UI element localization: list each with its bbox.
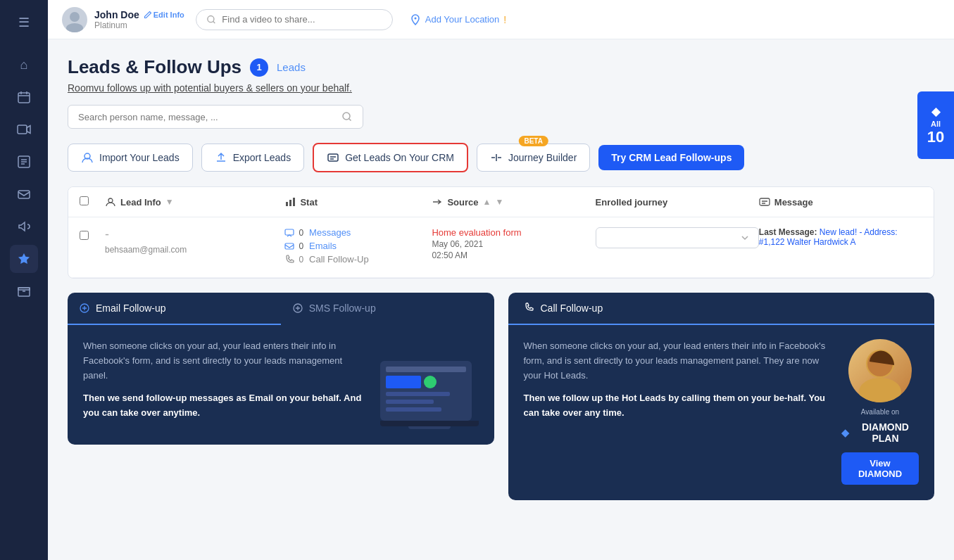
email-panel-text: When someone clicks on your ad, your lea…	[83, 339, 369, 429]
call-body2: Then we follow up the Hot Leads by calli…	[524, 391, 831, 421]
svg-rect-14	[289, 200, 291, 206]
svg-rect-11	[328, 154, 338, 161]
archive-icon[interactable]	[10, 277, 38, 305]
call-panel-body: When someone clicks on your ad, your lea…	[508, 325, 935, 500]
svg-rect-4	[18, 288, 30, 296]
source-down-icon[interactable]: ▼	[495, 197, 503, 207]
calendar-icon[interactable]	[10, 83, 38, 111]
topbar: John Doe Edit Info Platinum Add Your Loc…	[48, 0, 954, 39]
svg-point-6	[66, 23, 83, 32]
user-plan: Platinum	[94, 20, 184, 30]
lead-info-icon	[105, 196, 116, 208]
stat-icon	[284, 196, 296, 208]
source-header: Source ▲ ▼	[432, 196, 595, 208]
call-stat[interactable]: 0 Call Follow-Up	[284, 254, 432, 265]
email-panel-image	[380, 339, 479, 429]
panel-tabs: Email Follow-up SMS Follow-up	[68, 293, 494, 325]
message-icon	[759, 196, 770, 208]
lead-email: behsaam@gmail.com	[105, 245, 284, 255]
call-panel-text: When someone clicks on your ad, your lea…	[524, 339, 831, 429]
chevron-down-icon	[740, 233, 750, 243]
home-icon[interactable]: ⌂	[10, 51, 38, 79]
action-buttons-row: Import Your Leads Export Leads Get Leads…	[68, 143, 934, 172]
export-leads-button[interactable]: Export Leads	[201, 144, 305, 172]
location-icon	[410, 14, 421, 25]
row-checkbox[interactable]	[80, 231, 89, 240]
sms-followup-tab[interactable]: SMS Follow-up	[281, 293, 494, 325]
journey-icon	[490, 151, 503, 164]
svg-rect-15	[293, 198, 295, 206]
email-stat-icon	[284, 241, 294, 251]
call-panel-header: Call Follow-up	[508, 293, 935, 325]
journey-builder-button[interactable]: BETA Journey Builder	[477, 144, 590, 172]
source-up-icon[interactable]: ▲	[482, 197, 491, 207]
diamond-plan-icon: ◆	[841, 427, 849, 438]
all-leads-panel-btn[interactable]: ◆ All 10	[917, 91, 954, 159]
location-selector[interactable]: Add Your Location !	[410, 14, 506, 25]
table-header: Lead Info ▼ Stat Source ▲ ▼ Enrolled jou…	[68, 187, 934, 217]
megaphone-icon[interactable]	[10, 212, 38, 241]
call-followup-panel: Call Follow-up When someone clicks on yo…	[508, 293, 935, 500]
try-crm-followup-button[interactable]: Try CRM Lead Follow-ups	[598, 145, 744, 170]
emails-stat[interactable]: 0 Emails	[284, 241, 432, 251]
svg-point-5	[70, 12, 80, 22]
leads-nav-icon[interactable]	[10, 245, 38, 273]
export-icon	[215, 151, 227, 164]
get-leads-crm-button[interactable]: Get Leads On Your CRM	[313, 143, 468, 172]
call-panel-card: Call Follow-up When someone clicks on yo…	[508, 293, 935, 500]
import-icon	[81, 151, 94, 164]
followup-panels: Email Follow-up SMS Follow-up When someo…	[68, 293, 934, 500]
sidebar: ☰ ⌂	[0, 0, 48, 560]
source-cell: Home evaluation form May 06, 2021 02:50 …	[432, 227, 595, 260]
crm-icon	[327, 151, 339, 164]
leads-tab-label: Leads	[277, 61, 306, 73]
svg-point-22	[859, 378, 901, 402]
import-leads-button[interactable]: Import Your Leads	[68, 144, 193, 172]
call-panel-image: Available on ◆ DIAMOND PLAN View DIAMOND	[841, 339, 919, 485]
email-body1: When someone clicks on your ad, your lea…	[83, 339, 369, 383]
topbar-search-input[interactable]	[222, 14, 382, 25]
video-icon[interactable]	[10, 115, 38, 144]
list-icon[interactable]	[10, 148, 38, 176]
lead-filter-icon[interactable]: ▼	[165, 197, 174, 207]
leads-count-badge: 1	[250, 58, 268, 77]
stat-cell: 0 Messages 0 Emails 0 Call Follow-Up	[284, 227, 432, 267]
svg-rect-17	[285, 229, 294, 235]
topbar-user: John Doe Edit Info Platinum	[62, 7, 184, 32]
topbar-search-box[interactable]	[196, 9, 393, 30]
message-header: Message	[759, 196, 922, 208]
svg-rect-1	[18, 125, 27, 134]
lead-info-cell: - behsaam@gmail.com	[105, 227, 284, 255]
page-header: Leads & Follow Ups 1 Leads	[68, 56, 934, 78]
view-diamond-button[interactable]: View DIAMOND	[841, 452, 919, 485]
journey-select[interactable]	[596, 227, 759, 248]
lead-name: -	[105, 227, 284, 242]
source-time: 02:50 AM	[432, 250, 595, 260]
call-stat-icon	[284, 255, 294, 265]
mail-icon[interactable]	[10, 180, 38, 208]
row-checkbox-col	[80, 227, 105, 243]
edit-info-link[interactable]: Edit Info	[144, 11, 184, 19]
stat-header: Stat	[284, 196, 432, 208]
svg-rect-3	[18, 191, 30, 198]
select-all-checkbox[interactable]	[80, 196, 89, 205]
email-followup-tab[interactable]: Email Follow-up	[68, 293, 281, 325]
lead-info-header: Lead Info ▼	[105, 196, 284, 208]
page-title: Leads & Follow Ups	[68, 56, 241, 78]
enrolled-journey-header: Enrolled journey	[596, 197, 759, 208]
location-warning-icon: !	[503, 14, 506, 25]
messages-stat[interactable]: 0 Messages	[284, 227, 432, 238]
available-on-label: Available on	[861, 408, 899, 416]
call-header-icon	[524, 303, 535, 314]
avatar	[62, 7, 87, 32]
message-cell: Last Message: New lead! - Address: #1,12…	[759, 227, 922, 247]
content-area: ◆ All 10 Leads & Follow Ups 1 Leads Room…	[48, 39, 954, 560]
svg-rect-16	[760, 198, 770, 205]
svg-rect-13	[286, 202, 288, 206]
leads-search-bar[interactable]	[68, 105, 363, 129]
search-icon	[206, 14, 217, 25]
menu-icon[interactable]: ☰	[10, 8, 38, 37]
select-all-col	[80, 196, 105, 208]
svg-point-8	[414, 17, 416, 19]
leads-search-input[interactable]	[78, 112, 341, 122]
